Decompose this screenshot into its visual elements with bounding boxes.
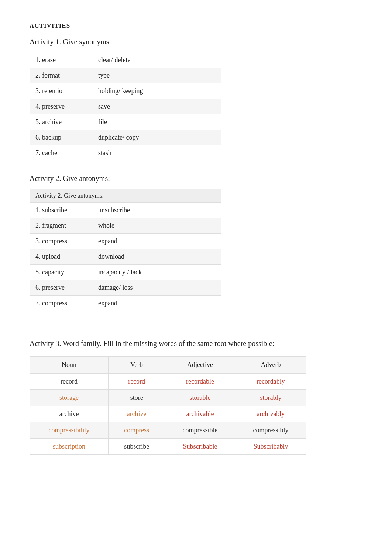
term-cell: 3. retention: [30, 83, 92, 99]
word-cell: record: [109, 374, 165, 390]
table-row: subscriptionsubscribeSubscribableSubscri…: [30, 439, 306, 455]
table-row: recordrecordrecordablerecordably: [30, 374, 306, 390]
activity1-table: 1. eraseclear/ delete2. formattype3. ret…: [30, 52, 221, 161]
activity3-section: Activity 3. Word family. Fill in the mis…: [30, 338, 362, 455]
term-cell: 7. compress: [30, 296, 92, 311]
table-row: 3. compressexpand: [30, 234, 221, 249]
column-header: Adverb: [235, 357, 306, 374]
column-header: Noun: [30, 357, 109, 374]
word-cell: archive: [30, 406, 109, 422]
table-row: 6. backupduplicate/ copy: [30, 130, 221, 145]
column-header: Adjective: [165, 357, 235, 374]
table-row: 3. retentionholding/ keeping: [30, 83, 221, 99]
activity2-section: Activity 2. Give antonyms: Activity 2. G…: [30, 174, 362, 311]
synonym-cell: type: [92, 68, 221, 83]
synonym-cell: file: [92, 114, 221, 130]
synonym-cell: clear/ delete: [92, 52, 221, 68]
table-row: 6. preservedamage/ loss: [30, 280, 221, 296]
synonym-cell: save: [92, 99, 221, 114]
table-row: 7. compressexpand: [30, 296, 221, 311]
table-row: 4. preservesave: [30, 99, 221, 114]
activity3-title: Activity 3. Word family. Fill in the mis…: [30, 338, 362, 349]
word-cell: subscribe: [109, 439, 165, 455]
synonym-cell: holding/ keeping: [92, 83, 221, 99]
table-row: 2. fragmentwhole: [30, 218, 221, 234]
word-cell: recordably: [235, 374, 306, 390]
activity1-section: Activity 1. Give synonyms: 1. eraseclear…: [30, 38, 362, 161]
antonym-cell: whole: [92, 218, 221, 234]
section-title: ACTIVITIES: [30, 22, 362, 30]
table-row: 7. cachestash: [30, 145, 221, 161]
word-cell: storably: [235, 390, 306, 406]
term-cell: 4. preserve: [30, 99, 92, 114]
antonym-cell: download: [92, 249, 221, 265]
word-cell: store: [109, 390, 165, 406]
table-row: 2. formattype: [30, 68, 221, 83]
activity2-subheader: Activity 2. Give antonyms:: [30, 189, 221, 203]
term-cell: 6. backup: [30, 130, 92, 145]
term-cell: 1. erase: [30, 52, 92, 68]
table-row: archivearchivearchivablearchivably: [30, 406, 306, 422]
activity2-title: Activity 2. Give antonyms:: [30, 174, 362, 183]
activity2-table: Activity 2. Give antonyms:1. subscribeun…: [30, 189, 221, 311]
word-cell: storable: [165, 390, 235, 406]
word-cell: storage: [30, 390, 109, 406]
term-cell: 1. subscribe: [30, 203, 92, 218]
word-cell: subscription: [30, 439, 109, 455]
synonym-cell: duplicate/ copy: [92, 130, 221, 145]
column-header: Verb: [109, 357, 165, 374]
word-cell: recordable: [165, 374, 235, 390]
term-cell: 3. compress: [30, 234, 92, 249]
term-cell: 7. cache: [30, 145, 92, 161]
table-row: 1. subscribeunsubscribe: [30, 203, 221, 218]
word-cell: archive: [109, 406, 165, 422]
table-row: 1. eraseclear/ delete: [30, 52, 221, 68]
synonym-cell: stash: [92, 145, 221, 161]
table-row: 5. capacityincapacity / lack: [30, 265, 221, 280]
antonym-cell: unsubscribe: [92, 203, 221, 218]
word-cell: compressible: [165, 422, 235, 439]
table-row: compressibilitycompresscompressiblecompr…: [30, 422, 306, 439]
term-cell: 6. preserve: [30, 280, 92, 296]
antonym-cell: expand: [92, 296, 221, 311]
word-cell: compressibly: [235, 422, 306, 439]
word-cell: Subscribable: [165, 439, 235, 455]
term-cell: 2. format: [30, 68, 92, 83]
word-cell: Subscribably: [235, 439, 306, 455]
antonym-cell: damage/ loss: [92, 280, 221, 296]
word-cell: compressibility: [30, 422, 109, 439]
table-row: 4. uploaddownload: [30, 249, 221, 265]
term-cell: 5. capacity: [30, 265, 92, 280]
word-family-header-row: NounVerbAdjectiveAdverb: [30, 357, 306, 374]
table-row: storagestorestorablestorably: [30, 390, 306, 406]
word-cell: archivable: [165, 406, 235, 422]
antonym-cell: expand: [92, 234, 221, 249]
activity2-header-row: Activity 2. Give antonyms:: [30, 189, 221, 203]
word-cell: archivably: [235, 406, 306, 422]
term-cell: 2. fragment: [30, 218, 92, 234]
word-family-table: NounVerbAdjectiveAdverb recordrecordreco…: [30, 356, 306, 455]
word-cell: compress: [109, 422, 165, 439]
term-cell: 5. archive: [30, 114, 92, 130]
term-cell: 4. upload: [30, 249, 92, 265]
word-cell: record: [30, 374, 109, 390]
table-row: 5. archivefile: [30, 114, 221, 130]
antonym-cell: incapacity / lack: [92, 265, 221, 280]
activity1-title: Activity 1. Give synonyms:: [30, 38, 362, 46]
